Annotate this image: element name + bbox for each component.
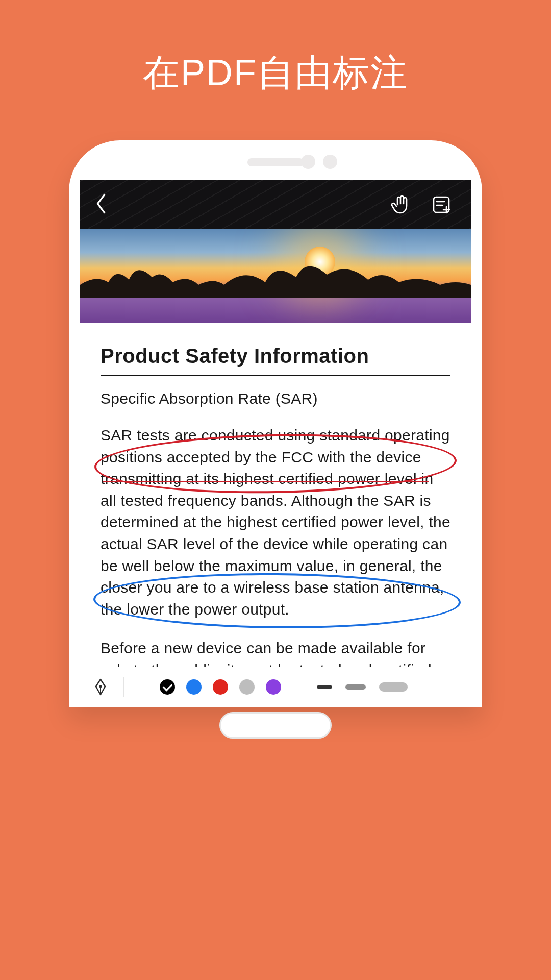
app-screen: Product Safety Information Specific Abso… [80,180,471,707]
app-top-bar [80,180,471,229]
color-grey[interactable] [239,679,255,695]
note-add-icon [430,193,453,216]
phone-camera [323,155,337,169]
hand-pointer-icon [389,193,412,216]
color-blue[interactable] [186,679,202,695]
title-rule [101,375,450,376]
document-body[interactable]: Product Safety Information Specific Abso… [80,323,471,707]
document-subhead: Specific Absorption Rate (SAR) [101,390,450,407]
chevron-left-icon [93,192,109,215]
stroke-width-group [317,682,408,692]
document-paragraph-1: SAR tests are conducted using standard o… [101,425,450,620]
svg-point-5 [99,685,102,688]
pen-tool-button[interactable] [91,678,110,696]
pen-nib-icon [91,678,110,696]
phone-frame: Product Safety Information Specific Abso… [69,140,482,707]
add-note-button[interactable] [430,193,453,216]
color-black[interactable] [160,679,175,695]
phone-home-button [219,712,332,739]
toolbar-divider [123,677,124,697]
stroke-thin[interactable] [317,685,332,689]
stroke-thick[interactable] [379,682,408,692]
document-hero-image [80,229,471,323]
document-title: Product Safety Information [101,345,450,368]
color-swatches [160,679,281,695]
annotation-toolbar [80,667,471,707]
promo-title: 在PDF自由标注 [0,48,551,97]
phone-speaker [247,158,304,166]
color-red[interactable] [213,679,228,695]
stroke-medium[interactable] [345,684,366,690]
back-button[interactable] [93,192,109,217]
phone-sensor [301,155,315,169]
hand-tool-button[interactable] [389,193,412,216]
tree-silhouette [80,257,471,298]
color-purple[interactable] [266,679,281,695]
